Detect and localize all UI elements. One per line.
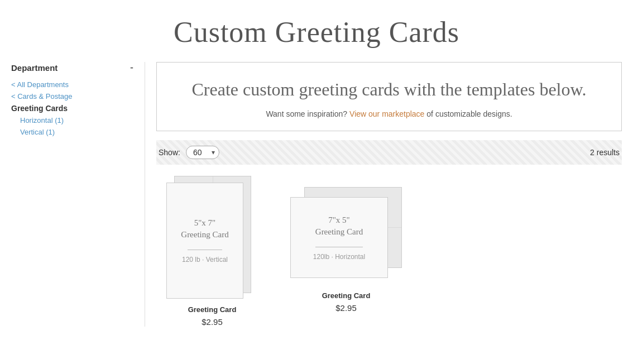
card-details-horizontal: 120lb · Horizontal — [313, 253, 365, 261]
card-product-name-horizontal: 7"x 5"Greeting Card — [315, 214, 363, 238]
sidebar-nav: < All Departments < Cards & Postage Gree… — [11, 80, 133, 136]
banner-subtext: Want some inspiration? View our marketpl… — [179, 109, 599, 118]
product-card-vertical[interactable]: 5"x 7"Greeting Card 120 lb · Vertical Gr… — [156, 176, 268, 327]
sidebar-item-cards-postage[interactable]: < Cards & Postage — [11, 92, 133, 100]
show-left: Show: 12 24 60 120 — [159, 146, 219, 159]
banner-headline: Create custom greeting cards with the te… — [179, 78, 599, 102]
page-title: Custom Greeting Cards — [0, 0, 633, 62]
product-price-vertical: $2.95 — [202, 317, 223, 327]
card-front-vertical: 5"x 7"Greeting Card 120 lb · Vertical — [166, 183, 243, 299]
main-container: Department - < All Departments < Cards &… — [0, 62, 633, 349]
department-toggle[interactable]: - — [130, 62, 133, 74]
products-grid: 5"x 7"Greeting Card 120 lb · Vertical Gr… — [156, 176, 622, 327]
sidebar: Department - < All Departments < Cards &… — [11, 62, 145, 327]
card-divider-vertical — [188, 250, 222, 250]
card-details-vertical: 120 lb · Vertical — [182, 256, 228, 264]
product-price-horizontal: $2.95 — [335, 303, 357, 313]
all-departments-link[interactable]: < All Departments — [11, 80, 69, 89]
card-visual-horizontal: 7"x 5"Greeting Card 120lb · Horizontal — [290, 187, 402, 285]
card-divider-horizontal — [315, 247, 363, 247]
sidebar-item-horizontal[interactable]: Horizontal (1) — [11, 116, 133, 124]
banner-box: Create custom greeting cards with the te… — [156, 62, 622, 131]
sidebar-item-vertical[interactable]: Vertical (1) — [11, 128, 133, 136]
cards-postage-link[interactable]: < Cards & Postage — [11, 92, 72, 100]
show-bar: Show: 12 24 60 120 2 results — [156, 140, 622, 165]
product-title-horizontal: Greeting Card — [322, 291, 371, 300]
department-label: Department — [11, 63, 57, 73]
show-select-wrapper: 12 24 60 120 — [186, 146, 219, 159]
department-header: Department - — [11, 62, 133, 74]
card-visual-vertical: 5"x 7"Greeting Card 120 lb · Vertical — [162, 176, 262, 299]
results-count: 2 results — [590, 148, 620, 157]
content-area: Create custom greeting cards with the te… — [156, 62, 622, 327]
card-product-name-vertical: 5"x 7"Greeting Card — [181, 217, 228, 241]
vertical-link[interactable]: Vertical (1) — [20, 128, 55, 136]
banner-subtext-after: of customizable designs. — [426, 109, 512, 118]
sidebar-item-greeting-cards: Greeting Cards — [11, 104, 133, 113]
card-front-horizontal: 7"x 5"Greeting Card 120lb · Horizontal — [290, 197, 388, 278]
current-category-label: Greeting Cards — [11, 104, 68, 113]
show-label: Show: — [159, 148, 180, 157]
product-title-vertical: Greeting Card — [188, 305, 237, 314]
marketplace-link[interactable]: View our marketplace — [349, 109, 424, 118]
product-card-horizontal[interactable]: 7"x 5"Greeting Card 120lb · Horizontal G… — [290, 176, 402, 327]
horizontal-link[interactable]: Horizontal (1) — [20, 116, 64, 124]
banner-subtext-before: Want some inspiration? — [266, 109, 347, 118]
sidebar-item-all-departments[interactable]: < All Departments — [11, 80, 133, 89]
show-select[interactable]: 12 24 60 120 — [186, 146, 219, 159]
